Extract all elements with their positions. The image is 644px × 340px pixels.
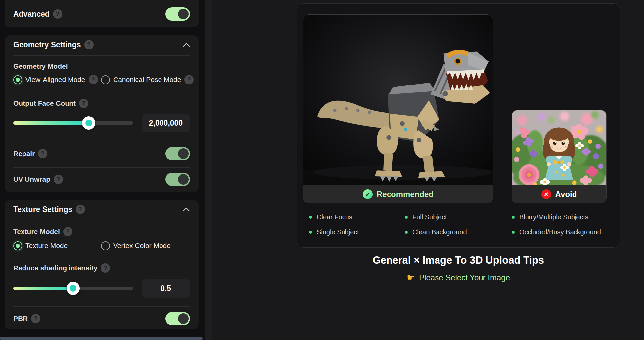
geometry-model-radio-group: View-Aligned Mode ? Canonical Pose Mode … <box>13 74 190 85</box>
canonical-pose-help-icon[interactable]: ? <box>184 75 194 84</box>
point-label: Blurry/Multiple Subjects <box>519 213 588 221</box>
geometry-settings-panel: Geometry Settings ? Geometry Model View-… <box>5 35 199 192</box>
texture-settings-title: Texture Settings <box>13 205 72 214</box>
face-count-label-row: Output Face Count ? <box>13 98 190 108</box>
pbr-help-icon[interactable]: ? <box>31 314 40 323</box>
list-item: Blurry/Multiple Subjects <box>512 210 601 225</box>
radio-view-aligned-mode[interactable]: View-Aligned Mode ? <box>13 75 101 84</box>
pbr-row: PBR ? <box>13 312 190 326</box>
list-item: Full Subject <box>405 210 467 225</box>
slider-fill <box>13 121 89 125</box>
uv-unwrap-toggle[interactable] <box>165 173 190 186</box>
recommended-label: Recommended <box>377 190 434 199</box>
sidebar-divider-gutter <box>205 0 212 340</box>
face-count-value[interactable]: 2,000,000 <box>142 114 190 132</box>
avoid-label: Avoid <box>555 190 577 199</box>
uv-unwrap-help-icon[interactable]: ? <box>54 175 63 184</box>
texture-settings-help-icon[interactable]: ? <box>76 205 85 214</box>
avoid-example-card: ✕ Avoid <box>512 110 607 203</box>
collapse-button[interactable] <box>183 43 190 47</box>
point-label: Occluded/Busy Background <box>519 228 601 236</box>
avoid-example-image <box>512 110 606 185</box>
texture-settings-header: Texture Settings ? <box>13 204 190 215</box>
advanced-row: Advanced ? <box>13 7 190 21</box>
geometry-model-label: Geometry Model <box>13 62 68 70</box>
repair-toggle[interactable] <box>165 147 190 160</box>
radio-label: View-Aligned Mode <box>25 76 85 84</box>
bullet-dot-icon <box>405 231 408 234</box>
recommended-points-column-1: Clear Focus Single Subject <box>309 210 359 240</box>
bullet-dot-icon <box>309 216 312 219</box>
avoid-caption: ✕ Avoid <box>512 185 606 203</box>
chevron-up-icon <box>183 43 190 47</box>
face-count-label: Output Face Count <box>13 99 76 107</box>
face-count-slider[interactable] <box>13 121 133 125</box>
pointing-finger-icon: ☛ <box>407 273 415 282</box>
slider-thumb[interactable] <box>82 116 95 130</box>
divider <box>13 220 190 220</box>
radio-canonical-pose-mode[interactable]: Canonical Pose Mode ? <box>101 75 194 84</box>
bullet-dot-icon <box>512 231 515 234</box>
radio-unselected-icon[interactable] <box>101 241 110 250</box>
divider <box>13 167 190 168</box>
radio-label: Texture Mode <box>25 242 68 250</box>
list-item: Single Subject <box>309 225 359 240</box>
view-aligned-help-icon[interactable]: ? <box>89 75 98 84</box>
toggle-knob <box>178 148 189 159</box>
shading-help-icon[interactable]: ? <box>101 263 110 273</box>
select-image-text: Please Select Your Image <box>419 273 510 282</box>
shading-label-row: Reduce shading intensity ? <box>13 263 190 273</box>
radio-vertex-color-mode[interactable]: Vertex Color Mode <box>101 241 171 250</box>
advanced-toggle[interactable] <box>165 7 190 21</box>
repair-help-icon[interactable]: ? <box>38 149 47 158</box>
point-label: Full Subject <box>412 213 447 221</box>
horizontal-scrollbar-thumb[interactable] <box>0 337 203 340</box>
uv-unwrap-label: UV Unwrap <box>13 175 50 183</box>
check-icon: ✓ <box>363 189 373 199</box>
geometry-settings-help-icon[interactable]: ? <box>84 40 94 49</box>
face-count-help-icon[interactable]: ? <box>79 99 88 108</box>
radio-unselected-icon[interactable] <box>101 75 110 84</box>
point-label: Clean Background <box>412 228 467 236</box>
upload-tips-heading: General × Image To 3D Upload Tips <box>297 255 620 266</box>
pbr-toggle[interactable] <box>165 312 190 325</box>
recommended-points-column-2: Full Subject Clean Background <box>405 210 467 240</box>
list-item: Clean Background <box>405 225 467 240</box>
uv-unwrap-row: UV Unwrap ? <box>13 172 190 187</box>
repair-label: Repair <box>13 150 35 158</box>
pbr-label-group: PBR ? <box>13 314 40 324</box>
shading-label: Reduce shading intensity <box>13 264 97 272</box>
radio-selected-icon[interactable] <box>13 241 22 250</box>
x-icon: ✕ <box>541 189 551 199</box>
shading-slider[interactable] <box>13 287 133 290</box>
radio-label: Vertex Color Mode <box>113 242 171 250</box>
texture-model-help-icon[interactable]: ? <box>63 227 72 236</box>
geometry-settings-header: Geometry Settings ? <box>13 39 190 50</box>
slider-thumb[interactable] <box>67 282 80 295</box>
texture-model-radio-group: Texture Mode Vertex Color Mode <box>13 240 190 251</box>
divider <box>13 306 190 307</box>
bullet-dot-icon <box>405 216 408 219</box>
repair-row: Repair ? <box>13 146 190 161</box>
shading-value[interactable]: 0.5 <box>142 279 190 298</box>
collapse-button[interactable] <box>183 207 190 212</box>
radio-selected-icon[interactable] <box>13 75 22 84</box>
radio-texture-mode[interactable]: Texture Mode <box>13 241 101 250</box>
point-label: Clear Focus <box>317 213 352 221</box>
select-image-prompt: ☛ Please Select Your Image <box>297 273 620 282</box>
advanced-help-icon[interactable]: ? <box>53 9 62 19</box>
slider-fill <box>13 287 73 290</box>
geometry-settings-title: Geometry Settings <box>13 40 81 49</box>
geometry-model-label-row: Geometry Model <box>13 61 190 71</box>
bullet-dot-icon <box>512 216 515 219</box>
list-item: Clear Focus <box>309 210 359 225</box>
uv-unwrap-label-group: UV Unwrap ? <box>13 174 63 184</box>
shading-slider-row: 0.5 <box>13 279 190 298</box>
texture-settings-panel: Texture Settings ? Texture Model ? Textu… <box>5 200 199 329</box>
advanced-label-group: Advanced ? <box>13 9 62 19</box>
repair-label-group: Repair ? <box>13 149 47 159</box>
face-count-slider-row: 2,000,000 <box>13 114 190 132</box>
list-item: Occluded/Busy Background <box>512 225 601 240</box>
chevron-up-icon <box>183 207 190 212</box>
pbr-label: PBR <box>13 315 28 323</box>
